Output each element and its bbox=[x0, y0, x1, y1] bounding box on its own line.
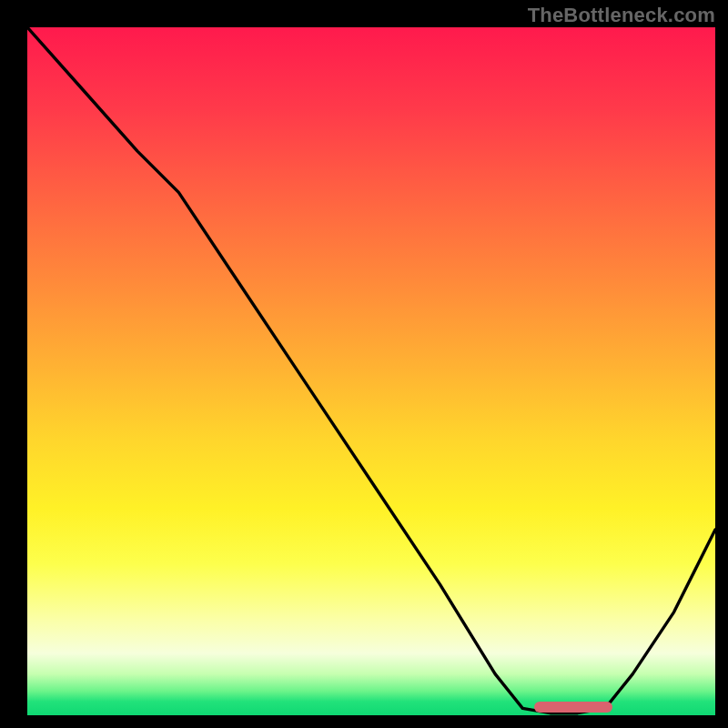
line-curve bbox=[27, 27, 715, 715]
chart-frame: TheBottleneck.com bbox=[0, 0, 728, 728]
watermark-text: TheBottleneck.com bbox=[528, 4, 715, 27]
curve-path bbox=[27, 27, 715, 713]
optimal-range-marker bbox=[534, 702, 612, 713]
plot-area bbox=[27, 27, 715, 715]
